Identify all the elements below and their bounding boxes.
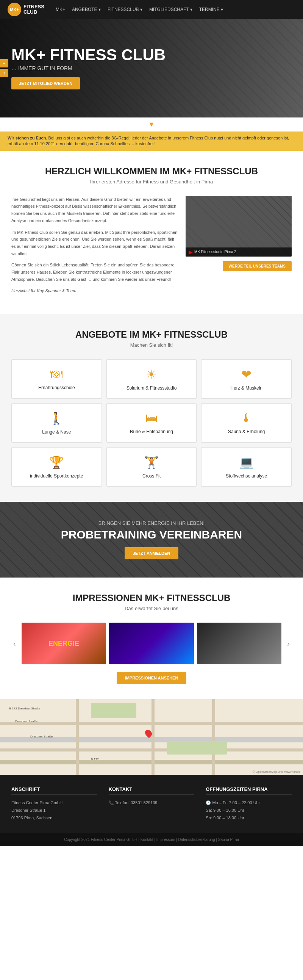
offer-card-5[interactable]: 🌡 Sauna & Erholung — [201, 403, 292, 442]
offer-icon-4: 🛏 — [111, 411, 193, 425]
offer-icon-0: 🍽 — [16, 367, 98, 381]
welcome-subtitle: Ihrer ersten Adresse für Fitness und Ges… — [11, 179, 292, 185]
welcome-content: Ihre Gesundheit liegt uns am Herzen. Aus… — [11, 196, 292, 299]
video-label: ▶ MK Fitnessstudio Pirna 2... — [186, 247, 292, 256]
sidebar-social-icons: + f — [0, 59, 8, 77]
map-background: Dresdner Straße Dresdner Straße B 172 B … — [0, 699, 303, 775]
nav-link-fitnessclub[interactable]: FITNESSCLUB ▾ — [108, 7, 143, 12]
alert-text-normal: Bei uns gibt es auch weiterhin die 3G-Re… — [8, 136, 289, 146]
hero-cta-button[interactable]: JETZT MITGLIED WERDEN — [11, 77, 80, 89]
nav-links: MK+ ANGEBOTE ▾ FITNESSCLUB ▾ MITGLIEDSCH… — [56, 7, 223, 12]
footer-contact-text: 📞 Telefon: 03501 529109 — [109, 799, 195, 807]
welcome-video-block: ▶ MK Fitnessstudio Pirna 2... WERDE TEIL… — [186, 196, 292, 299]
video-title: MK Fitnessstudio Pirna 2... — [194, 250, 240, 254]
offer-label-2: Herz & Muskeln — [205, 385, 287, 391]
offer-card-3[interactable]: 🚶 Lunge & Nase — [11, 403, 102, 442]
footer-col-address: ANSCHRIFT Fitness Center Pirna GmbHDresd… — [11, 786, 97, 822]
offer-label-5: Sauna & Erholung — [205, 429, 287, 434]
video-thumbnail[interactable]: ▶ MK Fitnessstudio Pirna 2... — [186, 196, 292, 256]
map-road-v1 — [76, 699, 79, 775]
offer-icon-2: ❤ — [205, 367, 287, 382]
promo-section: Bringen Sie mehr Energie in Ihr Leben! P… — [0, 502, 303, 578]
youtube-icon: ▶ — [189, 249, 193, 255]
map-label-2: Dresdner Straße — [30, 735, 52, 738]
offer-card-6[interactable]: 🏆 individuelle Sportkonzepte — [11, 447, 102, 487]
offer-card-8[interactable]: 💻 Stoffwechselanalyse — [201, 447, 292, 487]
nav-link-angebote[interactable]: ANGEBOTE ▾ — [72, 7, 101, 12]
map-label-4: B 172 Dresdner Straße — [9, 707, 40, 710]
welcome-title: HERZLICH WILLKOMMEN IM MK+ FITNESSCLUB — [11, 166, 292, 177]
hero-content: MK+ FITNESS CLUB … IMMER GUT IN FORM JET… — [0, 47, 177, 89]
map-green-area-2 — [167, 741, 227, 754]
footer-col-hours: ÖFFNUNGSZEITEN PIRNA 🕐 Mo – Fr: 7:00 – 2… — [206, 786, 292, 822]
logo-abbr: MK+ — [10, 7, 19, 12]
footer-hours-text: 🕐 Mo – Fr: 7:00 – 22:00 UhrSa: 9:00 – 16… — [206, 799, 292, 822]
offer-icon-6: 🏆 — [16, 455, 98, 469]
offers-section: ANGEBOTE IM MK+ FITNESSCLUB Machen Sie s… — [0, 314, 303, 502]
footer-address-text: Fitness Center Pirna GmbHDresdner Straße… — [11, 799, 97, 822]
offer-icon-8: 💻 — [205, 455, 287, 469]
logo[interactable]: MK+ FITNESSCLUB — [8, 3, 44, 16]
impressions-title: IMPRESSIONEN MK+ FITNESSCLUB — [11, 593, 292, 603]
footer-copyright: Copyright 2021 Fitness Center Pirna GmbH… — [0, 833, 303, 846]
promo-cta-button[interactable]: JETZT ANMELDEN — [125, 547, 179, 559]
footer-hours-line: So: 9:00 – 18:00 Uhr — [206, 815, 292, 822]
offer-icon-3: 🚶 — [16, 411, 98, 426]
welcome-section: HERZLICH WILLKOMMEN IM MK+ FITNESSCLUB I… — [0, 151, 303, 314]
welcome-para-1: Ihre Gesundheit liegt uns am Herzen. Aus… — [11, 196, 178, 224]
map-green-area — [91, 703, 136, 718]
offer-icon-7: 🏋 — [111, 455, 193, 469]
nav-link-termine[interactable]: TERMINE ▾ — [199, 7, 223, 12]
gallery-image-2 — [109, 623, 194, 664]
footer-addr-line: Fitness Center Pirna GmbH — [11, 799, 97, 807]
scroll-indicator: ▼ — [0, 118, 303, 132]
footer-addr-line: 01796 Pirna, Sachsen — [11, 815, 97, 822]
offer-label-4: Ruhe & Entspannung — [111, 429, 193, 434]
footer-addr-line: Dresdner Straße 1 — [11, 807, 97, 815]
footer-hours-line: 🕐 Mo – Fr: 7:00 – 22:00 Uhr — [206, 799, 292, 807]
impressions-section: IMPRESSIONEN MK+ FITNESSCLUB Das erwarte… — [0, 578, 303, 699]
hero-subtitle: … IMMER GUT IN FORM — [11, 65, 165, 71]
footer-hours-line: Sa: 9:00 – 16:00 Uhr — [206, 807, 292, 815]
offer-card-7[interactable]: 🏋 Cross Fit — [106, 447, 197, 487]
gallery-images — [22, 623, 282, 664]
map-road-v2 — [151, 699, 154, 775]
footer-contact-title: KONTAKT — [109, 786, 195, 795]
map-section: Dresdner Straße Dresdner Straße B 172 B … — [0, 699, 303, 775]
promo-top-text: Bringen Sie mehr Energie in Ihr Leben! — [98, 520, 205, 526]
sidebar-icon-plus[interactable]: + — [0, 59, 8, 67]
offer-card-0[interactable]: 🍽 Ernährungsschule — [11, 359, 102, 399]
impressions-cta-button[interactable]: IMPRESSIONEN ANSEHEN — [117, 672, 187, 684]
sidebar-icon-fb[interactable]: f — [0, 69, 8, 77]
impressions-cta: IMPRESSIONEN ANSEHEN — [11, 672, 292, 684]
map-label-1: Dresdner Straße — [15, 720, 38, 723]
nav-link-mitglied[interactable]: MITGLIEDSCHAFT ▾ — [149, 7, 192, 12]
welcome-text-block: Ihre Gesundheit liegt uns am Herzen. Aus… — [11, 196, 178, 299]
promo-title: PROBETRAINING VEREINBAREN — [61, 528, 242, 541]
logo-name: FITNESSCLUB — [24, 4, 44, 15]
offer-icon-1: ☀ — [111, 367, 193, 382]
offer-label-7: Cross Fit — [111, 473, 193, 479]
welcome-para-2: Im MK-Fitness Club sollen Sie genau das … — [11, 229, 178, 257]
copyright-text: Copyright 2021 Fitness Center Pirna GmbH… — [64, 837, 239, 842]
hero-section: + f MK+ FITNESS CLUB … IMMER GUT IN FORM… — [0, 19, 303, 118]
navbar: MK+ FITNESSCLUB MK+ ANGEBOTE ▾ FITNESSCL… — [0, 0, 303, 19]
offer-label-0: Ernährungsschule — [16, 385, 98, 390]
alert-banner: Wir stehen zu Euch. Bei uns gibt es auch… — [0, 132, 303, 151]
footer-hours-title: ÖFFNUNGSZEITEN PIRNA — [206, 786, 292, 795]
impressions-gallery: ‹ › — [11, 623, 292, 664]
offer-card-1[interactable]: ☀ Solarium & Fitnessstudio — [106, 359, 197, 399]
logo-text-block: FITNESSCLUB — [24, 4, 44, 15]
welcome-para-3: Gönnen Sie sich ein Stück Lebensqualität… — [11, 261, 178, 283]
nav-link-mk[interactable]: MK+ — [56, 7, 65, 12]
gallery-prev-arrow[interactable]: ‹ — [11, 639, 18, 648]
hero-title: MK+ FITNESS CLUB — [11, 47, 165, 63]
alert-text-bold: Wir stehen zu Euch. — [8, 136, 47, 140]
offer-label-6: individuelle Sportkonzepte — [16, 473, 98, 479]
offer-card-4[interactable]: 🛏 Ruhe & Entspannung — [106, 403, 197, 442]
map-label-3: B 172 — [91, 757, 99, 761]
video-cta: WERDE TEIL UNSERES TEAMS — [186, 261, 292, 271]
video-cta-button[interactable]: WERDE TEIL UNSERES TEAMS — [223, 261, 292, 271]
gallery-next-arrow[interactable]: › — [285, 639, 292, 648]
offer-card-2[interactable]: ❤ Herz & Muskeln — [201, 359, 292, 399]
